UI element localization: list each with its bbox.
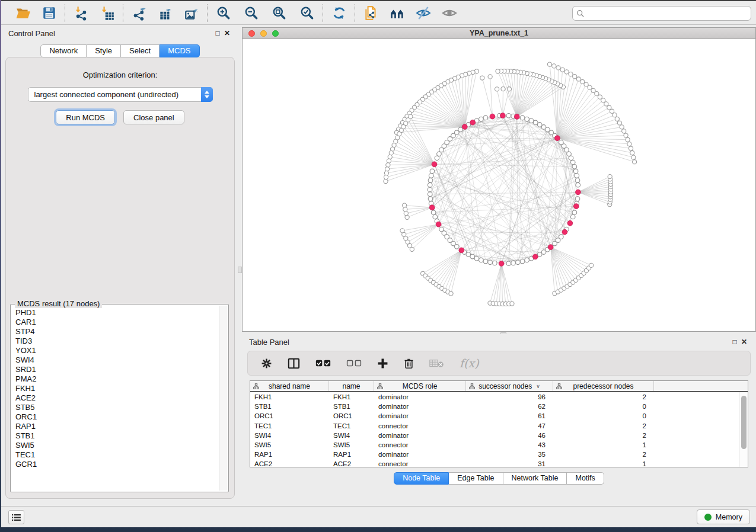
column-header-MCDS-role[interactable]: MCDS role	[374, 381, 466, 391]
open-file-icon[interactable]	[15, 5, 31, 21]
application-window: Control Panel □ ✕ NetworkStyleSelectMCDS…	[1, 0, 756, 527]
save-session-icon[interactable]	[41, 5, 57, 21]
network-canvas[interactable]	[243, 39, 755, 331]
optimization-select[interactable]: largest connected component (undirected)	[28, 87, 213, 102]
mcds-result-item[interactable]: STB1	[15, 431, 218, 441]
table-row-ACE2[interactable]: ACE2ACE2connector311	[250, 459, 739, 467]
cell-shared_name: ACE2	[250, 459, 329, 467]
cell-predecessors: 1	[553, 459, 654, 467]
tab-mcds[interactable]: MCDS	[160, 44, 199, 57]
cell-role: dominator	[374, 392, 466, 402]
optimization-value: largest connected component (undirected)	[34, 90, 179, 99]
cell-name: FKH1	[329, 392, 374, 402]
mcds-result-item[interactable]: STB5	[15, 403, 218, 412]
hide-selected-icon[interactable]	[415, 5, 431, 21]
table-toolbar: f(x)	[247, 351, 751, 376]
network-window-titlebar[interactable]: YPA_prune.txt_1	[243, 28, 755, 39]
float-panel-icon[interactable]: □	[213, 29, 222, 37]
mcds-result-item[interactable]: YOX1	[15, 346, 218, 355]
window-maximize-icon[interactable]	[272, 30, 279, 37]
mcds-result-item[interactable]: TID3	[15, 336, 218, 346]
column-header-predecessor-nodes[interactable]: predecessor nodes	[553, 381, 654, 391]
control-panel: Control Panel □ ✕ NetworkStyleSelectMCDS…	[1, 25, 239, 506]
mcds-result-item[interactable]: CAR1	[15, 318, 218, 327]
tab-network-table[interactable]: Network Table	[503, 472, 567, 485]
table-settings-icon[interactable]	[261, 358, 272, 369]
cell-name: ORC1	[329, 411, 374, 421]
float-table-panel-icon[interactable]: □	[730, 338, 739, 346]
tab-motifs[interactable]: Motifs	[567, 472, 604, 485]
deselect-all-icon[interactable]	[346, 360, 362, 367]
zoom-fit-icon[interactable]	[271, 5, 287, 21]
cell-name: RAP1	[329, 450, 374, 459]
mcds-result-item[interactable]: PHD1	[15, 308, 218, 318]
table-row-STB1[interactable]: STB1STB1dominator620	[250, 402, 739, 411]
table-body: FKH1FKH1dominator962STB1STB1dominator620…	[250, 392, 739, 467]
mcds-result-item[interactable]: RAP1	[15, 422, 218, 431]
tab-node-table[interactable]: Node Table	[394, 472, 449, 485]
window-minimize-icon[interactable]	[260, 30, 267, 37]
table-scrollbar-thumb[interactable]	[741, 396, 747, 449]
cell-predecessors: 1	[553, 440, 654, 450]
close-table-panel-icon[interactable]: ✕	[739, 338, 749, 346]
mcds-result-list[interactable]: PHD1CAR1STP4TID3YOX1SWI4SRD1PMA2FKH1ACE2…	[12, 306, 218, 491]
refresh-icon[interactable]	[331, 5, 347, 21]
task-history-button[interactable]	[8, 510, 24, 524]
mcds-result-item[interactable]: SRD1	[15, 365, 218, 374]
mcds-result-item[interactable]: STP4	[15, 327, 218, 336]
clone-network-icon[interactable]	[363, 5, 379, 21]
run-mcds-button[interactable]: Run MCDS	[56, 110, 115, 124]
mcds-result-item[interactable]: SWI5	[15, 441, 218, 450]
tab-style[interactable]: Style	[87, 44, 121, 57]
mcds-result-item[interactable]: PMA2	[15, 374, 218, 384]
split-view-icon[interactable]	[288, 358, 300, 369]
vertical-splitter-handle[interactable]	[238, 267, 242, 273]
zoom-in-icon[interactable]	[215, 5, 231, 21]
cell-shared_name: TEC1	[250, 421, 329, 431]
select-all-icon[interactable]	[315, 360, 331, 367]
show-hide-details-icon[interactable]	[389, 5, 405, 21]
mcds-list-scrollbar[interactable]	[219, 306, 227, 491]
table-row-RAP1[interactable]: RAP1RAP1dominator352	[250, 450, 739, 459]
mcds-result-item[interactable]: ORC1	[15, 412, 218, 422]
export-table-icon[interactable]	[157, 5, 173, 21]
table-panel-title: Table Panel	[249, 338, 289, 347]
search-box[interactable]	[572, 6, 751, 21]
close-panel-button[interactable]: Close panel	[123, 110, 184, 124]
function-builder-icon[interactable]: f(x)	[460, 357, 479, 370]
table-header-row: shared namenameMCDS rolesuccessor nodes∨…	[250, 381, 748, 392]
import-network-icon[interactable]	[73, 5, 89, 21]
tab-select[interactable]: Select	[121, 44, 160, 57]
table-row-SWI5[interactable]: SWI5SWI5connector431	[250, 440, 739, 450]
tab-network[interactable]: Network	[40, 44, 87, 57]
tab-edge-table[interactable]: Edge Table	[449, 472, 503, 485]
export-network-icon[interactable]	[131, 5, 147, 21]
window-close-icon[interactable]	[248, 30, 255, 37]
table-row-FKH1[interactable]: FKH1FKH1dominator962	[250, 392, 739, 402]
mcds-result-item[interactable]: GCR1	[15, 460, 218, 469]
zoom-out-icon[interactable]	[243, 5, 259, 21]
mcds-result-item[interactable]: SWI4	[15, 355, 218, 365]
zoom-selected-icon[interactable]	[299, 5, 315, 21]
table-scrollbar[interactable]	[739, 392, 748, 467]
cell-role: dominator	[374, 402, 466, 411]
column-header-successor-nodes[interactable]: successor nodes∨	[466, 381, 553, 391]
search-input[interactable]	[585, 8, 751, 20]
column-header-shared-name[interactable]: shared name	[250, 381, 329, 391]
close-panel-icon[interactable]: ✕	[222, 29, 232, 37]
delete-table-icon[interactable]	[429, 359, 444, 368]
memory-button[interactable]: Memory	[697, 509, 750, 524]
add-column-icon[interactable]	[377, 358, 388, 369]
table-row-SWI4[interactable]: SWI4SWI4dominator462	[250, 431, 739, 440]
export-image-icon[interactable]	[183, 5, 199, 21]
column-header-name[interactable]: name	[329, 381, 374, 391]
show-all-icon[interactable]	[441, 5, 457, 21]
table-row-ORC1[interactable]: ORC1ORC1dominator610	[250, 411, 739, 421]
mcds-tab-content: Optimization criterion: largest connecte…	[5, 57, 235, 499]
mcds-result-item[interactable]: FKH1	[15, 384, 218, 393]
mcds-result-item[interactable]: TEC1	[15, 450, 218, 460]
table-row-TEC1[interactable]: TEC1TEC1connector472	[250, 421, 739, 431]
import-table-icon[interactable]	[99, 5, 115, 21]
delete-column-icon[interactable]	[404, 358, 414, 369]
mcds-result-item[interactable]: ACE2	[15, 393, 218, 403]
